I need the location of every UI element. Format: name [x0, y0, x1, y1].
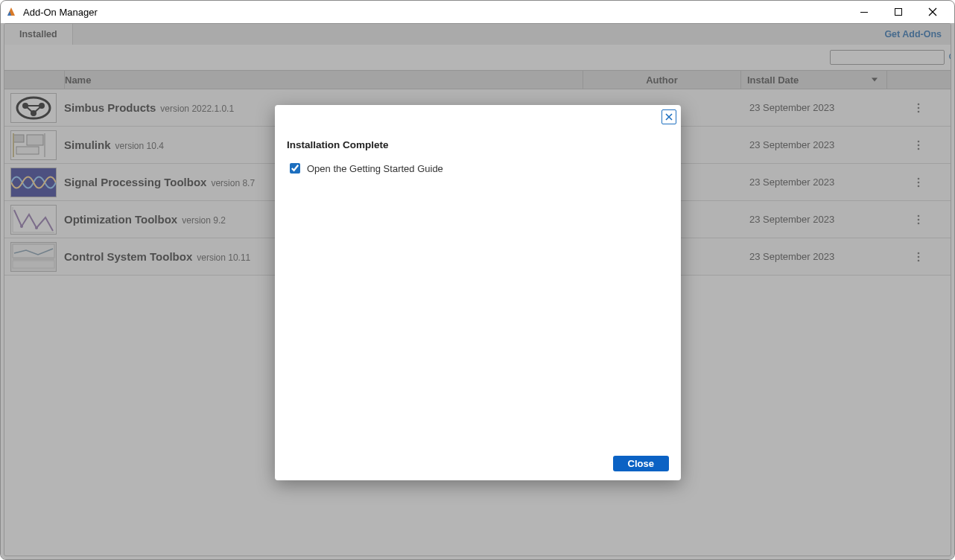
- app-icon: [5, 6, 17, 18]
- maximize-button[interactable]: [881, 1, 916, 23]
- minimize-button[interactable]: [847, 1, 881, 23]
- dialog-title: Installation Complete: [287, 139, 669, 150]
- window-title: Add-On Manager: [23, 7, 98, 18]
- open-guide-label[interactable]: Open the Getting Started Guide: [307, 163, 443, 174]
- app-window: Add-On Manager Installed Get Add-Ons: [0, 0, 955, 560]
- installation-complete-dialog: Installation Complete Open the Getting S…: [275, 105, 681, 480]
- titlebar: Add-On Manager: [1, 1, 954, 23]
- dialog-close-icon[interactable]: [661, 109, 676, 124]
- close-window-button[interactable]: [916, 1, 950, 23]
- open-guide-checkbox[interactable]: [290, 163, 300, 174]
- svg-rect-3: [895, 9, 902, 16]
- svg-rect-2: [860, 12, 868, 13]
- dialog-close-button[interactable]: Close: [613, 456, 669, 471]
